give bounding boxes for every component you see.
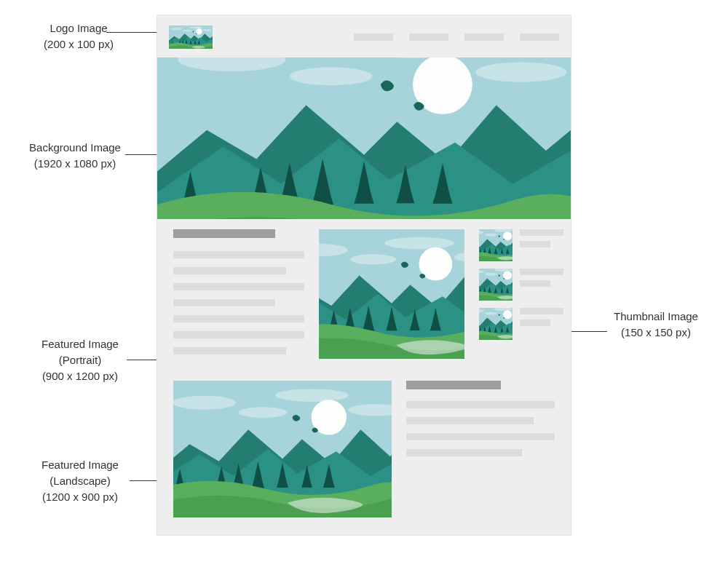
placeholder-line [520, 229, 563, 236]
placeholder-line [520, 241, 550, 247]
label-logo: Logo Image (200 x 100 px) [20, 20, 137, 52]
thumb-row [479, 229, 566, 261]
placeholder-line [173, 347, 286, 354]
left-text-block [173, 229, 304, 363]
label-thumb-title: Thumbnail Image [594, 309, 718, 325]
placeholder-line [173, 315, 304, 322]
placeholder-line [406, 449, 522, 456]
label-thumb-dim: (150 x 150 px) [594, 325, 718, 341]
label-landscape-sub: (Landscape) [22, 473, 138, 489]
placeholder-title [406, 381, 501, 389]
thumbnail-image [479, 308, 513, 340]
nav-item [520, 33, 559, 41]
label-logo-dim: (200 x 100 px) [20, 36, 137, 52]
label-portrait-sub: (Portrait) [22, 352, 138, 368]
placeholder-line [520, 320, 550, 326]
nav-item [409, 33, 448, 41]
label-portrait-title: Featured Image [22, 336, 138, 352]
placeholder-line [173, 267, 286, 274]
placeholder-line [406, 433, 555, 440]
sidebar-thumbs [479, 229, 566, 363]
placeholder-title [173, 229, 275, 238]
label-portrait: Featured Image (Portrait) (900 x 1200 px… [22, 336, 138, 384]
thumb-text [520, 308, 563, 331]
label-background: Background Image (1920 x 1080 px) [13, 140, 137, 172]
placeholder-line [173, 299, 275, 306]
placeholder-line [406, 401, 555, 408]
label-logo-title: Logo Image [20, 20, 137, 36]
placeholder-line [520, 308, 563, 314]
label-bg-dim: (1920 x 1080 px) [13, 156, 137, 172]
label-landscape-title: Featured Image [22, 457, 138, 473]
thumb-row [479, 308, 566, 340]
thumbnail-image [479, 269, 513, 301]
nav-item [354, 33, 393, 41]
right-text-block [406, 381, 555, 517]
placeholder-line [520, 269, 563, 275]
featured-image-portrait [319, 229, 464, 359]
nav [354, 33, 559, 41]
label-landscape-dim: (1200 x 900 px) [22, 489, 138, 505]
mock-website [157, 15, 571, 536]
thumb-text [520, 229, 563, 253]
label-thumb: Thumbnail Image (150 x 150 px) [594, 309, 718, 341]
row-top [157, 229, 571, 370]
thumb-text [520, 269, 563, 292]
label-portrait-dim: (900 x 1200 px) [22, 368, 138, 384]
label-bg-title: Background Image [13, 140, 137, 156]
placeholder-line [173, 251, 304, 258]
topbar [157, 15, 571, 57]
label-landscape: Featured Image (Landscape) (1200 x 900 p… [22, 457, 138, 504]
featured-image-landscape [173, 381, 392, 517]
placeholder-line [173, 283, 304, 290]
background-image [157, 57, 571, 219]
thumbnail-image [479, 229, 513, 261]
nav-item [464, 33, 504, 41]
placeholder-line [173, 331, 304, 338]
row-bottom [157, 370, 571, 535]
thumb-row [479, 269, 566, 301]
placeholder-line [520, 280, 550, 287]
logo-image [169, 25, 213, 49]
placeholder-line [406, 417, 534, 424]
